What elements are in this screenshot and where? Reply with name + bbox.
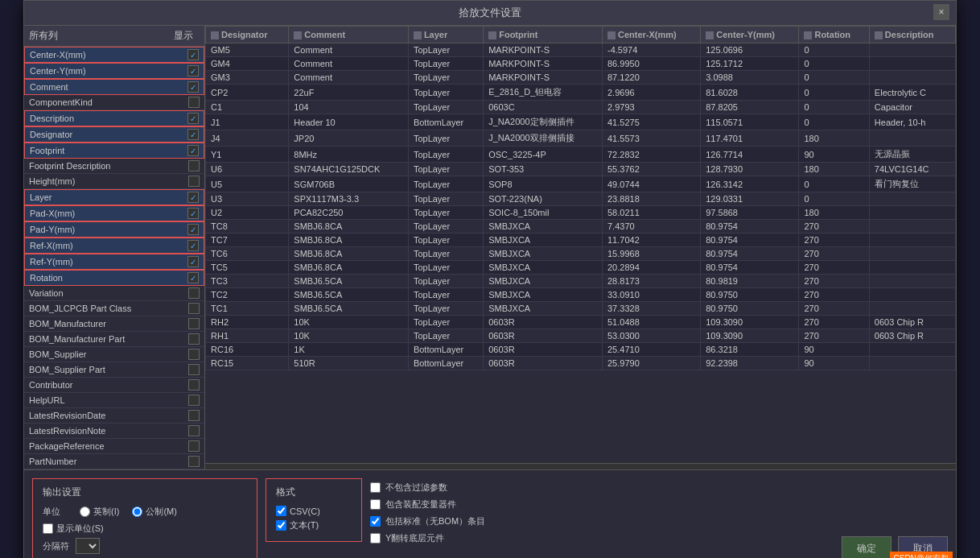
column-item-checkbox[interactable] — [188, 176, 200, 187]
column-list-item[interactable]: Height(mm) — [24, 174, 204, 189]
table-row[interactable]: U2PCA82C250TopLayerSOIC-8_150mil58.02119… — [206, 206, 956, 220]
column-list-item[interactable]: BOM_Supplier Part — [24, 362, 204, 378]
table-column-header[interactable]: Designator — [206, 27, 289, 43]
table-row[interactable]: TC3SMBJ6.5CATopLayerSMBJXCA28.817380.981… — [206, 275, 956, 288]
table-row[interactable]: U3SPX1117M3-3.3TopLayerSOT-223(NA)23.881… — [206, 192, 956, 206]
table-row[interactable]: TC6SMBJ6.8CATopLayerSMBJXCA15.996880.975… — [206, 247, 956, 261]
column-item-checkbox[interactable] — [187, 113, 199, 124]
column-item-checkbox[interactable] — [187, 208, 199, 219]
column-item-checkbox[interactable] — [188, 410, 200, 421]
column-list-item[interactable]: Designator — [24, 126, 204, 143]
column-item-checkbox[interactable] — [188, 395, 200, 406]
metric-label[interactable]: 公制(M) — [146, 506, 177, 518]
close-button[interactable]: × — [933, 4, 949, 20]
table-row[interactable]: C1104TopLayer0603C2.979387.82050Capacito… — [206, 101, 956, 114]
column-list-item[interactable]: BOM_Manufacturer — [24, 316, 204, 332]
column-item-checkbox[interactable] — [188, 318, 200, 329]
column-item-checkbox[interactable] — [188, 364, 200, 375]
column-item-checkbox[interactable] — [187, 81, 199, 93]
include-standard-label[interactable]: 包括标准（无BOM）条目 — [385, 515, 485, 527]
column-list-item[interactable]: Ref-Y(mm) — [24, 254, 204, 270]
table-column-header[interactable]: Center-X(mm) — [602, 27, 700, 43]
text-checkbox[interactable] — [276, 520, 286, 531]
column-list-item[interactable]: Ref-X(mm) — [24, 238, 204, 254]
table-row[interactable]: J4JP20TopLayerJ_NA2000双排侧插接41.5573117.47… — [206, 130, 956, 147]
column-list-item[interactable]: PartNumber — [24, 454, 204, 469]
column-item-checkbox[interactable] — [188, 160, 200, 172]
flip-bottom-checkbox[interactable] — [370, 533, 381, 544]
column-item-checkbox[interactable] — [187, 192, 199, 203]
table-column-header[interactable]: Center-Y(mm) — [701, 27, 799, 43]
imperial-label[interactable]: 英制(I) — [93, 506, 119, 518]
table-column-header[interactable]: Footprint — [484, 27, 603, 43]
table-row[interactable]: RH110KTopLayer0603R53.0300109.3090270060… — [206, 329, 956, 343]
metric-radio[interactable] — [132, 506, 142, 517]
column-list-item[interactable]: Rotation — [24, 270, 204, 286]
no-filter-checkbox[interactable] — [370, 482, 381, 493]
column-list-item[interactable]: Center-X(mm) — [24, 47, 204, 63]
column-item-checkbox[interactable] — [188, 425, 200, 436]
table-row[interactable]: TC7SMBJ6.8CATopLayerSMBJXCA11.704280.975… — [206, 234, 956, 247]
column-item-checkbox[interactable] — [187, 272, 199, 283]
table-row[interactable]: GM5CommentTopLayerMARKPOINT-S-4.5974125.… — [206, 43, 956, 57]
flip-bottom-label[interactable]: Y翻转底层元件 — [385, 532, 444, 544]
table-column-header[interactable]: Rotation — [799, 27, 869, 43]
column-list-item[interactable]: Footprint Description — [24, 159, 204, 174]
column-list-item[interactable]: Pad-X(mm) — [24, 205, 204, 221]
column-item-checkbox[interactable] — [187, 224, 199, 235]
csv-checkbox[interactable] — [276, 506, 286, 516]
include-assembly-label[interactable]: 包含装配变量器件 — [385, 498, 456, 510]
column-list-item[interactable]: ComponentKind — [24, 95, 204, 110]
column-item-checkbox[interactable] — [187, 129, 199, 140]
table-row[interactable]: TC5SMBJ6.8CATopLayerSMBJXCA20.289480.975… — [206, 261, 956, 275]
column-list-item[interactable]: PackageReference — [24, 439, 204, 454]
metric-radio-group[interactable]: 公制(M) — [132, 506, 177, 518]
column-list-item[interactable]: BOM_Manufacturer Part — [24, 332, 204, 347]
table-column-header[interactable]: Layer — [408, 27, 483, 43]
column-list-item[interactable]: BOM_JLCPCB Part Class — [24, 301, 204, 316]
horizontal-scrollbar[interactable] — [205, 463, 956, 469]
text-label[interactable]: 文本(T) — [290, 519, 319, 531]
column-list-item[interactable]: Description — [24, 110, 204, 126]
include-standard-checkbox[interactable] — [370, 516, 381, 527]
column-list-item[interactable]: HelpURL — [24, 393, 204, 408]
column-item-checkbox[interactable] — [187, 256, 199, 267]
csv-label[interactable]: CSV(C) — [290, 506, 320, 516]
column-item-checkbox[interactable] — [188, 303, 200, 314]
column-item-checkbox[interactable] — [188, 456, 200, 467]
column-item-checkbox[interactable] — [187, 145, 199, 156]
table-row[interactable]: RC161KBottomLayer0603R25.471086.321890 — [206, 343, 956, 357]
table-row[interactable]: U5SGM706BTopLayerSOP849.0744126.31420看门狗… — [206, 176, 956, 192]
column-item-checkbox[interactable] — [187, 49, 199, 60]
column-item-checkbox[interactable] — [188, 379, 200, 391]
column-item-checkbox[interactable] — [188, 349, 200, 360]
column-list-item[interactable]: Layer — [24, 189, 204, 205]
table-row[interactable]: Y18MHzTopLayerOSC_3225-4P72.2832126.7714… — [206, 147, 956, 163]
column-list-item[interactable]: LatestRevisionNote — [24, 424, 204, 439]
show-unit-checkbox[interactable] — [43, 523, 53, 534]
column-list-item[interactable]: Contributor — [24, 378, 204, 393]
column-list-item[interactable]: Variation — [24, 286, 204, 301]
table-row[interactable]: TC8SMBJ6.8CATopLayerSMBJXCA7.437080.9754… — [206, 220, 956, 234]
table-row[interactable]: TC2SMBJ6.5CATopLayerSMBJXCA33.091080.975… — [206, 288, 956, 302]
table-row[interactable]: J1Header 10BottomLayerJ_NA2000定制侧插件41.52… — [206, 114, 956, 130]
column-list-item[interactable]: LatestRevisionDate — [24, 408, 204, 424]
show-unit-label[interactable]: 显示单位(S) — [56, 523, 104, 535]
column-item-checkbox[interactable] — [188, 333, 200, 345]
data-table-container[interactable]: DesignatorCommentLayerFootprintCenter-X(… — [205, 26, 956, 463]
column-item-checkbox[interactable] — [187, 65, 199, 76]
column-list-item[interactable]: Center-Y(mm) — [24, 63, 204, 79]
column-item-checkbox[interactable] — [188, 97, 200, 108]
no-filter-label[interactable]: 不包含过滤参数 — [385, 482, 447, 494]
table-row[interactable]: TC1SMBJ6.5CATopLayerSMBJXCA37.332880.975… — [206, 302, 956, 316]
table-column-header[interactable]: Description — [869, 27, 955, 43]
table-row[interactable]: RH210KTopLayer0603R51.0488109.3090270060… — [206, 316, 956, 329]
separator-select[interactable]: . , — [76, 538, 100, 554]
table-row[interactable]: GM4CommentTopLayerMARKPOINT-S86.9950125.… — [206, 57, 956, 71]
table-row[interactable]: RC15510RBottomLayer0603R25.979092.239890 — [206, 357, 956, 370]
column-item-checkbox[interactable] — [187, 240, 199, 251]
table-row[interactable]: CP222uFTopLayerE_2816_D_钽电容2.969681.6028… — [206, 85, 956, 101]
column-item-checkbox[interactable] — [188, 440, 200, 452]
column-list-item[interactable]: Pad-Y(mm) — [24, 221, 204, 238]
column-list-item[interactable]: Comment — [24, 79, 204, 95]
